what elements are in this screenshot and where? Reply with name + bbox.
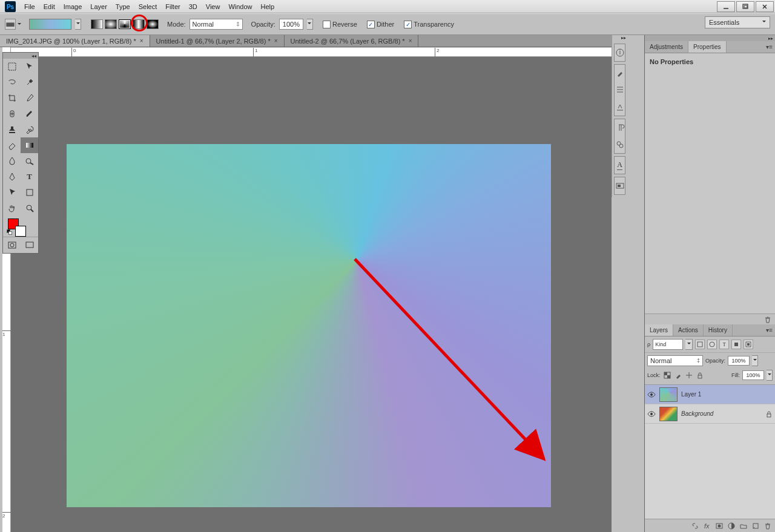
background-color[interactable] [15,226,26,237]
gradient-type-angle[interactable] [119,19,131,29]
gradient-type-reflected[interactable] [133,19,145,29]
healing-tool[interactable] [3,106,21,122]
dither-checkbox[interactable] [367,21,375,28]
toolbox-handle[interactable]: ◂◂ [3,53,38,59]
trash-icon[interactable] [764,316,771,323]
dodge-tool[interactable] [21,153,38,169]
layer-opacity-input[interactable]: 100% [728,356,750,366]
fill-dd[interactable] [767,370,773,381]
close-icon[interactable]: × [409,38,412,44]
layer-opacity-dd[interactable] [752,355,758,366]
trash-icon[interactable] [764,522,771,530]
filter-pixel-icon[interactable] [695,340,705,349]
tab-adjustments[interactable]: Adjustments [645,41,688,53]
path-select-tool[interactable] [3,185,21,200]
adjustment-icon[interactable] [728,522,735,530]
transparency-checkbox[interactable] [404,21,412,28]
layer-row[interactable]: Layer 1 [645,385,775,404]
mask-icon[interactable] [716,522,723,530]
brushpresets-panel-icon[interactable] [615,82,625,99]
mode-dropdown[interactable]: Normal [190,19,243,30]
close-icon[interactable]: × [140,38,143,44]
menu-help[interactable]: Help [261,3,275,10]
strip-handle[interactable]: ▸▸ [612,35,627,41]
move-tool[interactable] [21,59,38,74]
character-panel-icon[interactable]: A [615,157,625,174]
lock-position-icon[interactable] [685,371,693,379]
layer-thumb[interactable] [659,387,678,402]
histogram-panel-icon[interactable]: i [615,44,625,61]
link-icon[interactable] [691,522,699,530]
gradient-tool[interactable] [21,137,38,153]
tab-actions[interactable]: Actions [673,324,704,336]
menu-image[interactable]: Image [64,3,82,10]
ruler-horizontal[interactable]: 0 1 2 [11,47,612,57]
layer-thumb[interactable] [659,407,678,421]
pen-tool[interactable] [3,169,21,185]
navigator-panel-icon[interactable] [615,177,625,194]
gradient-type-radial[interactable] [105,19,117,29]
menu-select[interactable]: Select [139,3,157,10]
opacity-input[interactable]: 100% [279,19,303,30]
styles-panel-icon[interactable] [615,136,625,153]
lock-all-icon[interactable] [696,371,704,379]
menu-filter[interactable]: Filter [165,3,180,10]
lasso-tool[interactable] [3,74,21,90]
tab-history[interactable]: History [704,324,733,336]
panel-flyout-icon[interactable]: ▾≡ [763,41,775,53]
minimize-button[interactable] [717,1,735,12]
visibility-icon[interactable] [647,410,656,418]
document-tab-3[interactable]: Untitled-2 @ 66,7% (Layer 6, RGB/8) *× [285,35,419,47]
document-tab-1[interactable]: IMG_2014.JPG @ 100% (Layer 1, RGB/8) *× [0,35,150,47]
filter-smart-icon[interactable] [744,340,753,349]
layer-row[interactable]: Background [645,404,775,424]
clone-panel-icon[interactable] [615,99,625,116]
filter-type-icon[interactable]: T [719,340,729,349]
close-button[interactable] [756,1,774,12]
group-icon[interactable] [740,522,747,530]
menu-edit[interactable]: Edit [44,3,55,10]
lock-pixels-icon[interactable] [674,371,682,379]
workspace-switcher[interactable]: Essentials [705,16,770,28]
color-swatches[interactable] [3,216,38,237]
menu-type[interactable]: Type [116,3,130,10]
type-tool[interactable]: T [21,169,38,185]
quickmask-button[interactable] [3,237,21,253]
crop-tool[interactable] [3,90,21,106]
filter-shape-icon[interactable] [731,340,741,349]
shape-tool[interactable] [21,185,38,200]
panel-handle[interactable]: ▸▸ [645,35,775,41]
menu-window[interactable]: Window [228,3,252,10]
gradient-picker-dropdown[interactable] [75,19,81,30]
hand-tool[interactable] [3,200,21,216]
eraser-tool[interactable] [3,137,21,153]
menu-layer[interactable]: Layer [90,3,107,10]
maximize-button[interactable] [736,1,754,12]
lock-transparent-icon[interactable] [663,371,671,379]
gradient-type-linear[interactable] [91,19,103,29]
magic-wand-tool[interactable] [21,74,38,90]
layer-filter-kind-dd[interactable] [685,339,693,350]
tab-layers[interactable]: Layers [645,324,673,336]
blur-tool[interactable] [3,153,21,169]
reverse-checkbox[interactable] [323,21,331,28]
screenmode-button[interactable] [21,237,38,253]
new-layer-icon[interactable] [752,522,759,530]
menu-view[interactable]: View [206,3,220,10]
layer-name[interactable]: Background [681,410,762,417]
history-brush-tool[interactable] [21,122,38,137]
marquee-tool[interactable] [3,59,21,74]
tool-preset-button[interactable] [5,19,16,30]
canvas[interactable] [67,144,551,507]
gradient-preview[interactable] [29,19,71,30]
tab-properties[interactable]: Properties [688,41,727,53]
visibility-icon[interactable] [647,390,656,399]
eyedropper-tool[interactable] [21,90,38,106]
canvas-stage[interactable] [11,57,612,532]
blend-mode-dropdown[interactable]: Normal [647,355,703,366]
layer-filter-kind[interactable]: Kind [653,339,683,350]
fill-input[interactable]: 100% [742,370,764,380]
gradient-type-diamond[interactable] [147,19,159,29]
filter-adjust-icon[interactable] [707,340,717,349]
paragraph-panel-icon[interactable] [615,119,625,136]
